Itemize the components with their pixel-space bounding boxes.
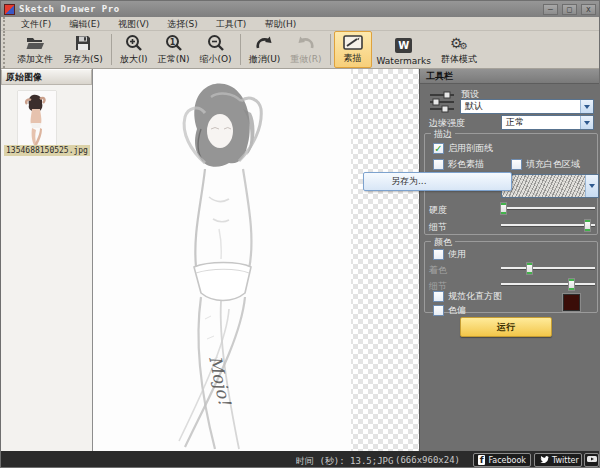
undo-button[interactable]: 撤消(U) [244, 31, 286, 68]
sketch-preview: Mojo! [93, 69, 351, 451]
batch-mode-button[interactable]: ⚙⚙ 群体模式 [436, 31, 482, 68]
status-bar: 时间 (秒): 13.5;JPG (666x960x24) f Facebook… [1, 451, 600, 468]
tools-panel: 工具栏 预设 默认 边缘强度 正常 描边 [419, 69, 600, 451]
checkbox-unchecked-icon [433, 159, 444, 170]
processing-time-text: 时间 (秒): 13.5;JPG [296, 455, 393, 468]
canvas-area[interactable]: Mojo! [93, 69, 419, 451]
color-cast-checkbox[interactable]: 色偏 [433, 304, 466, 317]
save-as-tooltip: 另存为... [363, 172, 512, 191]
toolbar-button-label: 撤消(U) [249, 53, 281, 66]
slider-handle[interactable] [526, 262, 533, 275]
toolbar-button-label: 添加文件 [17, 53, 53, 66]
edge-strength-dropdown[interactable]: 正常 [501, 115, 594, 130]
zoom-out-icon [207, 33, 225, 52]
zoom-in-button[interactable]: 放大(I) [115, 31, 153, 68]
window-title: Sketch Drawer Pro [19, 4, 120, 14]
toolbar-button-label: 重做(R) [290, 53, 321, 66]
slider-handle[interactable] [568, 278, 575, 291]
preset-value: 默认 [461, 100, 580, 113]
slider-handle[interactable] [584, 219, 591, 232]
menu-select[interactable]: 选择(S) [158, 17, 207, 31]
zoom-in-icon [125, 33, 143, 52]
pencil-texture-dropdown[interactable] [501, 174, 599, 198]
app-window: Sketch Drawer Pro – □ x 文件(F) 编辑(E) 视图(V… [0, 0, 600, 468]
add-files-button[interactable]: 添加文件 [12, 31, 58, 68]
photo-thumbnail[interactable] [18, 91, 56, 146]
menu-edit[interactable]: 编辑(E) [60, 17, 109, 31]
save-as-button[interactable]: 另存为(S) [58, 31, 108, 68]
original-images-panel: 原始图像 1354688150525.jpg [1, 69, 93, 451]
stroke-group-title: 描边 [431, 128, 455, 141]
tools-panel-header: 工具栏 [420, 69, 600, 84]
image-info-text: (666x960x24) [395, 455, 460, 465]
fill-white-areas-checkbox[interactable]: 填充白色区域 [511, 158, 580, 171]
open-folder-icon [25, 33, 45, 52]
zoom-normal-button[interactable]: 1 正常(N) [153, 31, 195, 68]
run-button[interactable]: 运行 [460, 317, 552, 337]
chevron-down-icon[interactable] [585, 175, 598, 197]
facebook-icon: f [478, 455, 485, 465]
color-cast-swatch[interactable] [563, 294, 580, 311]
close-button[interactable]: x [581, 4, 596, 15]
facebook-button[interactable]: f Facebook [473, 453, 531, 467]
toolbar-separator [240, 34, 241, 65]
edge-strength-value: 正常 [502, 116, 580, 129]
redo-button[interactable]: 重做(R) [285, 31, 326, 68]
sketch-mode-button[interactable]: 素描 [334, 31, 372, 68]
slider-track [501, 267, 595, 269]
tattoo-text: Mojo! [205, 354, 235, 408]
colorize-slider[interactable] [501, 262, 595, 275]
preset-sliders-icon [429, 91, 455, 115]
toolbar-button-label: 素描 [344, 52, 362, 65]
use-color-checkbox[interactable]: 使用 [433, 248, 466, 261]
toolbar-button-label: Watermarks [377, 56, 431, 66]
color-detail-slider[interactable] [501, 278, 595, 291]
toolbar-gripper [3, 31, 8, 68]
title-bar: Sketch Drawer Pro – □ x [1, 1, 599, 17]
menu-tools[interactable]: 工具(T) [207, 17, 256, 31]
checkbox-unchecked-icon [433, 305, 444, 316]
slider-handle[interactable] [500, 202, 507, 215]
youtube-icon [587, 455, 597, 465]
image-filename[interactable]: 1354688150525.jpg [4, 145, 90, 156]
original-images-header: 原始图像 [1, 69, 92, 85]
toolbar-separator [330, 34, 331, 65]
gears-icon: ⚙⚙ [450, 33, 468, 52]
toolbar-button-label: 群体模式 [441, 53, 477, 66]
colorize-label: 着色 [429, 264, 447, 277]
zoom-out-button[interactable]: 缩小(O) [195, 31, 237, 68]
toolbar: 添加文件 另存为(S) 放大(I) 1 正常(N) 缩小(O) [1, 31, 599, 69]
minimize-button[interactable]: – [543, 4, 558, 15]
menu-bar: 文件(F) 编辑(E) 视图(V) 选择(S) 工具(T) 帮助(H) [1, 17, 599, 31]
menu-gripper [3, 17, 8, 30]
zoom-normal-icon: 1 [165, 33, 183, 52]
redo-icon [296, 33, 316, 52]
color-group: 颜色 使用 着色 细节 规范化直方图 [424, 241, 598, 313]
enable-hatching-checkbox[interactable]: ✓ 启用剖面线 [433, 142, 493, 155]
save-icon [74, 33, 92, 52]
checkbox-unchecked-icon [433, 249, 444, 260]
toolbar-button-label: 缩小(O) [200, 53, 232, 66]
toolbar-button-label: 放大(I) [120, 53, 148, 66]
maximize-button[interactable]: □ [562, 4, 577, 15]
chevron-down-icon[interactable] [580, 100, 593, 113]
toolbar-separator [111, 34, 112, 65]
menu-view[interactable]: 视图(V) [109, 17, 158, 31]
checkbox-checked-icon: ✓ [433, 143, 444, 154]
stroke-detail-slider[interactable] [501, 219, 595, 232]
chevron-down-icon[interactable] [580, 116, 593, 129]
menu-help[interactable]: 帮助(H) [255, 17, 305, 31]
watermarks-button[interactable]: W Watermarks [372, 31, 436, 68]
color-sketch-checkbox[interactable]: 彩色素描 [433, 158, 484, 171]
preset-dropdown[interactable]: 默认 [460, 99, 594, 114]
stroke-detail-label: 细节 [429, 221, 447, 234]
app-icon [4, 4, 15, 15]
normalize-histogram-checkbox[interactable]: 规范化直方图 [433, 290, 502, 303]
hardness-slider[interactable] [501, 202, 595, 215]
twitter-button[interactable]: Twitter [534, 453, 582, 467]
checkbox-unchecked-icon [433, 291, 444, 302]
youtube-button[interactable] [584, 453, 599, 467]
menu-file[interactable]: 文件(F) [12, 17, 60, 31]
svg-text:1: 1 [169, 37, 175, 46]
pencil-texture-sample [502, 175, 585, 197]
